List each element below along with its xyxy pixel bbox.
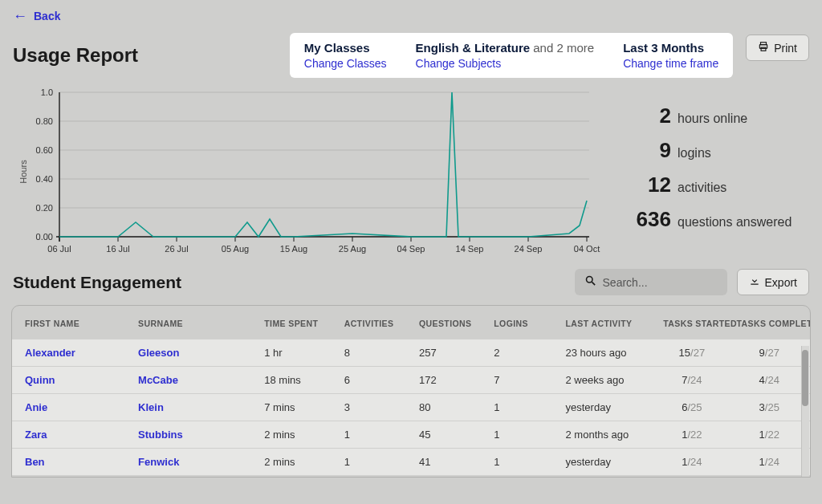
th-last[interactable]: LAST ACTIVITY bbox=[558, 306, 656, 339]
download-icon bbox=[749, 275, 760, 289]
student-first-link[interactable]: Anie bbox=[25, 401, 47, 413]
line-chart-svg: 1.0 0.80 0.60 0.40 0.20 0.00 bbox=[13, 86, 607, 258]
export-label: Export bbox=[765, 276, 797, 289]
th-activities[interactable]: ACTIVITIES bbox=[336, 306, 411, 339]
chart-area: Hours 1.0 0.80 0.60 bbox=[0, 78, 822, 258]
cell-activities: 3 bbox=[336, 394, 411, 421]
cell-time: 7 mins bbox=[256, 394, 336, 421]
cell-questions: 41 bbox=[411, 449, 486, 476]
cell-last: 2 months ago bbox=[558, 421, 656, 449]
svg-text:06 Jul: 06 Jul bbox=[47, 244, 71, 254]
student-surname-link[interactable]: Gleeson bbox=[138, 347, 179, 359]
print-icon bbox=[758, 41, 769, 55]
cell-questions: 172 bbox=[411, 367, 486, 394]
cell-activities: 8 bbox=[336, 339, 411, 367]
filter-timeframe-title: Last 3 Months bbox=[623, 41, 718, 55]
chart-ylabel: Hours bbox=[18, 160, 28, 183]
page-title: Usage Report bbox=[13, 44, 138, 67]
back-link[interactable]: ← Back bbox=[0, 0, 73, 26]
cell-completed: 9/27 bbox=[729, 339, 810, 367]
table-row: AnieKlein7 mins3801yesterday6/253/25 bbox=[12, 394, 810, 421]
th-time[interactable]: TIME SPENT bbox=[256, 306, 336, 339]
student-first-link[interactable]: Quinn bbox=[25, 374, 55, 386]
change-classes-link[interactable]: Change Classes bbox=[304, 57, 387, 70]
search-box[interactable] bbox=[575, 269, 727, 295]
filter-classes-title: My Classes bbox=[304, 41, 387, 55]
cell-completed: 3/25 bbox=[729, 394, 810, 421]
svg-text:05 Aug: 05 Aug bbox=[222, 244, 249, 254]
svg-text:14 Sep: 14 Sep bbox=[456, 244, 484, 254]
svg-text:0.60: 0.60 bbox=[36, 145, 53, 155]
cell-questions: 80 bbox=[411, 394, 486, 421]
change-subjects-link[interactable]: Change Subjects bbox=[416, 57, 595, 70]
cell-logins: 2 bbox=[486, 339, 557, 367]
student-surname-link[interactable]: McCabe bbox=[138, 374, 178, 386]
search-input[interactable] bbox=[603, 276, 718, 289]
svg-text:04 Sep: 04 Sep bbox=[397, 244, 425, 254]
filter-timeframe: Last 3 Months Change time frame bbox=[623, 41, 718, 70]
stat-activities: 12 activities bbox=[633, 174, 809, 195]
section-controls: Export bbox=[575, 269, 809, 295]
cell-activities: 1 bbox=[336, 449, 411, 476]
th-surname[interactable]: SURNAME bbox=[130, 306, 256, 339]
cell-logins: 1 bbox=[486, 421, 557, 449]
scrollbar-thumb[interactable] bbox=[802, 350, 808, 406]
cell-completed: 4/24 bbox=[729, 367, 810, 394]
cell-logins: 1 bbox=[486, 449, 557, 476]
student-surname-link[interactable]: Fenwick bbox=[138, 456, 179, 468]
svg-text:24 Sep: 24 Sep bbox=[515, 244, 543, 254]
svg-text:0.20: 0.20 bbox=[36, 203, 53, 213]
change-timeframe-link[interactable]: Change time frame bbox=[623, 57, 718, 70]
section-header: Student Engagement Export bbox=[0, 258, 822, 299]
svg-text:0.00: 0.00 bbox=[36, 232, 53, 242]
cell-started: 1/24 bbox=[655, 449, 728, 476]
cell-completed: 1/22 bbox=[729, 421, 810, 449]
stat-logins: 9 logins bbox=[633, 140, 809, 161]
svg-text:15 Aug: 15 Aug bbox=[280, 244, 307, 254]
cell-questions: 45 bbox=[411, 421, 486, 449]
th-logins[interactable]: LOGINS bbox=[486, 306, 557, 339]
svg-point-37 bbox=[586, 277, 592, 283]
student-surname-link[interactable]: Stubbins bbox=[138, 429, 183, 441]
th-questions[interactable]: QUESTIONS bbox=[411, 306, 486, 339]
student-first-link[interactable]: Zara bbox=[25, 429, 47, 441]
cell-logins: 1 bbox=[486, 394, 557, 421]
stat-hours: 2 hours online bbox=[633, 105, 809, 126]
svg-text:1.0: 1.0 bbox=[41, 87, 53, 97]
table-row: ZaraStubbins2 mins14512 months ago1/221/… bbox=[12, 421, 810, 449]
print-button[interactable]: Print bbox=[746, 35, 809, 61]
th-first[interactable]: FIRST NAME bbox=[12, 306, 130, 339]
cell-last: 23 hours ago bbox=[558, 339, 656, 367]
cell-completed: 1/24 bbox=[729, 449, 810, 476]
cell-time: 18 mins bbox=[256, 367, 336, 394]
chart: Hours 1.0 0.80 0.60 bbox=[13, 86, 618, 258]
cell-started: 7/24 bbox=[655, 367, 728, 394]
student-first-link[interactable]: Ben bbox=[25, 456, 45, 468]
th-started[interactable]: TASKS STARTED bbox=[655, 306, 728, 339]
filter-subjects-title: English & Literature and 2 more bbox=[416, 41, 595, 55]
cell-time: 1 hr bbox=[256, 339, 336, 367]
section-title: Student Engagement bbox=[13, 273, 181, 292]
cell-logins: 7 bbox=[486, 367, 557, 394]
cell-last: yesterday bbox=[558, 449, 656, 476]
svg-text:26 Jul: 26 Jul bbox=[165, 244, 188, 254]
cell-time: 2 mins bbox=[256, 449, 336, 476]
summary-stats: 2 hours online 9 logins 12 activities 63… bbox=[633, 86, 809, 258]
filters-card: My Classes Change Classes English & Lite… bbox=[290, 33, 733, 78]
student-first-link[interactable]: Alexander bbox=[25, 347, 75, 359]
svg-text:04 Oct: 04 Oct bbox=[574, 244, 600, 254]
table-row: AlexanderGleeson1 hr8257223 hours ago15/… bbox=[12, 339, 810, 367]
engagement-table: FIRST NAME SURNAME TIME SPENT ACTIVITIES… bbox=[11, 305, 811, 478]
cell-started: 6/25 bbox=[655, 394, 728, 421]
svg-text:25 Aug: 25 Aug bbox=[339, 244, 366, 254]
table-row: BenFenwick2 mins1411yesterday1/241/24 bbox=[12, 449, 810, 476]
th-completed[interactable]: TASKS COMPLETED bbox=[729, 306, 810, 339]
table-header: FIRST NAME SURNAME TIME SPENT ACTIVITIES… bbox=[12, 306, 810, 339]
cell-questions: 257 bbox=[411, 339, 486, 367]
cell-last: 2 weeks ago bbox=[558, 367, 656, 394]
stat-questions: 636 questions answered bbox=[633, 209, 809, 230]
export-button[interactable]: Export bbox=[737, 269, 809, 295]
print-label: Print bbox=[774, 42, 797, 55]
header-row: Usage Report My Classes Change Classes E… bbox=[0, 26, 822, 78]
student-surname-link[interactable]: Klein bbox=[138, 401, 164, 413]
